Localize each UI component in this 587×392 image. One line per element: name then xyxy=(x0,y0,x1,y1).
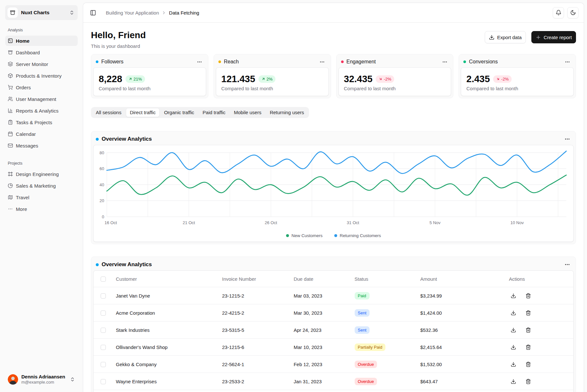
sidebar-item-reports-analytics[interactable]: Reports & Analytics xyxy=(5,105,78,116)
sidebar-item-label: Tasks & Projects xyxy=(16,120,52,125)
due-date-cell: Mar 03, 2023 xyxy=(288,287,349,304)
sidebar-item-label: Home xyxy=(16,38,29,44)
pie-chart-icon xyxy=(8,183,13,188)
row-checkbox[interactable] xyxy=(101,310,106,316)
status-badge: Sent xyxy=(355,309,370,317)
tab-returning-users[interactable]: Returning users xyxy=(266,108,308,117)
create-report-button[interactable]: Create report xyxy=(531,31,576,43)
stat-trend-badge: 21% xyxy=(126,75,145,83)
user-name: Dennis Adriaansen xyxy=(21,374,67,380)
stat-card-engagement: Engagement32.435-2%Compared to last mont… xyxy=(336,54,454,98)
row-checkbox[interactable] xyxy=(101,345,106,350)
tab-organic-traffic[interactable]: Organic traffic xyxy=(160,108,198,117)
arrow-down-right-icon xyxy=(379,77,382,81)
download-invoice-button[interactable] xyxy=(509,377,518,386)
sidebar-item-server-monitor[interactable]: Server Monitor xyxy=(5,59,78,69)
theme-toggle-button[interactable] xyxy=(567,7,579,18)
stat-card-header: Conversions xyxy=(461,56,574,67)
chevron-right-icon xyxy=(161,10,166,15)
sidebar-item-products-inventory[interactable]: Products & Inventory xyxy=(5,71,78,81)
select-all-checkbox[interactable] xyxy=(101,277,106,282)
page-title: Hello, Friend xyxy=(91,30,146,41)
trash-icon xyxy=(526,344,531,350)
plus-icon xyxy=(536,35,541,40)
row-checkbox[interactable] xyxy=(101,362,106,367)
legend-label: New Customers xyxy=(292,233,323,238)
sidebar-toggle-button[interactable] xyxy=(88,8,97,17)
download-invoice-button[interactable] xyxy=(509,343,518,352)
sidebar-item-label: Calendar xyxy=(16,131,36,137)
stat-delta: -2% xyxy=(501,77,509,82)
tab-all-sessions[interactable]: All sessions xyxy=(92,108,125,117)
breadcrumb-parent[interactable]: Building Your Application xyxy=(106,10,159,16)
delete-invoice-button[interactable] xyxy=(524,343,533,352)
user-menu[interactable]: Dennis Adriaansen m@example.com xyxy=(5,371,78,387)
stat-card-menu-button[interactable] xyxy=(441,58,449,66)
sidebar-item-orders[interactable]: Orders xyxy=(5,82,78,93)
stat-value: 32.435 xyxy=(344,73,373,84)
sidebar-item-travel[interactable]: Travel xyxy=(5,192,78,202)
stat-card-menu-button[interactable] xyxy=(318,58,326,66)
row-checkbox[interactable] xyxy=(101,293,106,299)
status-badge: Paid xyxy=(355,292,370,299)
sidebar-item-messages[interactable]: Messages xyxy=(5,140,78,151)
tab-paid-traffic[interactable]: Paid traffic xyxy=(199,108,229,117)
amount-cell: $1,532.00 xyxy=(415,356,504,373)
export-data-button[interactable]: Export data xyxy=(485,31,526,43)
sidebar-section-analysis: AnalysisHomeDashboardServer MonitorProdu… xyxy=(5,28,78,151)
row-checkbox[interactable] xyxy=(101,328,106,333)
calendar-icon xyxy=(8,131,13,136)
download-invoice-button[interactable] xyxy=(509,360,518,369)
layers-icon xyxy=(8,61,13,67)
sidebar-item-user-management[interactable]: User Management xyxy=(5,94,78,104)
delete-invoice-button[interactable] xyxy=(524,360,533,369)
chart-card-header: Overview Analytics xyxy=(93,133,574,145)
table-card-menu-button[interactable] xyxy=(563,261,571,268)
stat-card-menu-button[interactable] xyxy=(563,58,571,66)
sidebar-item-calendar[interactable]: Calendar xyxy=(5,129,78,139)
sidebar-item-more[interactable]: More xyxy=(5,204,78,214)
legend-dot xyxy=(286,234,289,237)
download-icon xyxy=(511,327,516,333)
app-root: Nuxt Charts AnalysisHomeDashboardServer … xyxy=(0,0,587,392)
sidebar-item-label: Design Engineering xyxy=(16,171,59,177)
stats-grid: Followers8,22821%Compared to last monthR… xyxy=(91,54,576,98)
legend-item: Returning Customers xyxy=(334,233,381,238)
download-icon xyxy=(489,35,494,40)
sidebar-item-sales-marketing[interactable]: Sales & Marketing xyxy=(5,180,78,191)
page-header: Hello, Friend This is your dashboard Exp… xyxy=(91,30,576,49)
row-actions xyxy=(509,360,568,369)
sidebar-item-label: Server Monitor xyxy=(16,61,48,67)
actions-cell xyxy=(504,287,573,304)
sidebar-item-design-engineering[interactable]: Design Engineering xyxy=(5,169,78,179)
workspace-switcher[interactable]: Nuxt Charts xyxy=(5,5,78,20)
delete-invoice-button[interactable] xyxy=(524,377,533,386)
stat-card-followers: Followers8,22821%Compared to last month xyxy=(91,54,208,98)
delete-invoice-button[interactable] xyxy=(524,325,533,334)
sidebar-item-tasks-projects[interactable]: Tasks & Projects xyxy=(5,117,78,127)
trash-icon xyxy=(526,310,531,316)
download-invoice-button[interactable] xyxy=(509,291,518,300)
user-meta: Dennis Adriaansen m@example.com xyxy=(21,374,67,385)
chart-card-menu-button[interactable] xyxy=(563,135,571,143)
download-icon xyxy=(511,379,516,384)
invoice-number-cell: 23-1215-2 xyxy=(217,287,288,304)
tab-mobile-users[interactable]: Mobile users xyxy=(230,108,265,117)
sidebar-item-dashboard[interactable]: Dashboard xyxy=(5,47,78,58)
status-cell: Partially Paid xyxy=(349,339,415,356)
download-invoice-button[interactable] xyxy=(509,325,518,334)
download-invoice-button[interactable] xyxy=(509,308,518,317)
table-row: Janet Van Dyne23-1215-2Mar 03, 2023Paid$… xyxy=(94,287,573,304)
svg-text:21 Oct: 21 Oct xyxy=(183,220,195,225)
delete-invoice-button[interactable] xyxy=(524,308,533,317)
row-checkbox[interactable] xyxy=(101,379,106,384)
stat-card-menu-button[interactable] xyxy=(196,58,204,66)
delete-invoice-button[interactable] xyxy=(524,291,533,300)
sidebar-item-label: Messages xyxy=(16,143,38,148)
invoice-number-cell: 23-5315-5 xyxy=(217,321,288,339)
trash-icon xyxy=(526,362,531,367)
sidebar-item-home[interactable]: Home xyxy=(5,36,78,46)
notifications-button[interactable] xyxy=(553,7,564,18)
sidebar-item-label: Reports & Analytics xyxy=(16,108,59,114)
tab-direct-traffic[interactable]: Direct traffic xyxy=(126,108,160,117)
